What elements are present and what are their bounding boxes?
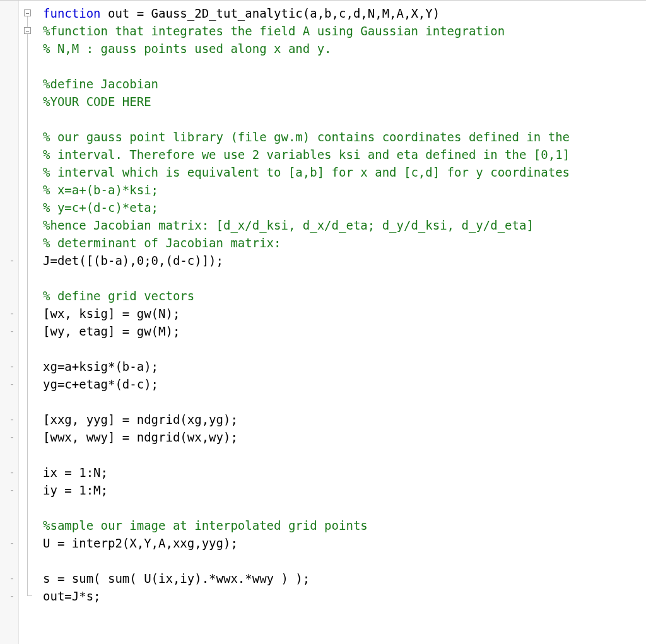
line-number: - [0,411,18,428]
code-line[interactable] [43,269,646,287]
line-number [0,269,18,287]
line-number [0,75,18,93]
code-line[interactable]: iy = 1:M; [43,481,646,499]
line-number [0,605,18,623]
code-line[interactable]: [wx, ksig] = gw(N); [43,305,646,322]
comment-token: %YOUR CODE HERE [43,95,151,108]
line-number: - [0,358,18,375]
code-token: xg=a+ksig*(b-a); [43,360,158,373]
comment-token: % interval. Therefore we use 2 variables… [43,148,570,161]
line-number [0,40,18,57]
comment-token: % define grid vectors [43,289,194,303]
fold-cell [19,199,38,216]
line-number [0,93,18,110]
line-number [0,234,18,252]
comment-token: %hence Jacobian matrix: [d_x/d_ksi, d_x/… [43,218,534,232]
line-number: - [0,322,18,340]
fold-cell [19,464,38,481]
code-line[interactable]: s = sum( sum( U(ix,iy).*wwx.*wwy ) ); [43,570,646,587]
line-number: - [0,305,18,322]
line-number: - [0,252,18,269]
fold-cell [19,110,38,128]
breakpoint-dash-icon[interactable]: - [8,534,16,552]
code-line[interactable] [43,393,646,411]
code-line[interactable]: % interval. Therefore we use 2 variables… [43,146,646,163]
code-line[interactable]: %sample our image at interpolated grid p… [43,517,646,534]
breakpoint-dash-icon[interactable]: - [8,411,16,428]
code-line[interactable]: % our gauss point library (file gw.m) co… [43,128,646,146]
code-line[interactable] [43,499,646,517]
code-editor[interactable]: ------------ function out = Gauss_2D_tut… [0,0,646,644]
breakpoint-dash-icon[interactable]: - [8,305,16,322]
comment-token: % interval which is equivalent to [a,b] … [43,165,570,179]
code-line[interactable]: % y=c+(d-c)*eta; [43,199,646,216]
comment-token: %sample our image at interpolated grid p… [43,518,368,532]
breakpoint-dash-icon[interactable]: - [8,252,16,269]
breakpoint-dash-icon[interactable]: - [8,375,16,393]
code-line[interactable]: % N,M : gauss points used along x and y. [43,40,646,57]
fold-cell [19,587,38,605]
code-line[interactable]: ix = 1:N; [43,464,646,481]
fold-cell [19,446,38,464]
fold-cell [19,57,38,75]
code-line[interactable]: J=det([(b-a),0;0,(d-c)]); [43,252,646,269]
breakpoint-dash-icon[interactable]: - [8,587,16,605]
code-token: s = sum( sum( U(ix,iy).*wwx.*wwy ) ); [43,571,310,585]
code-line[interactable]: function out = Gauss_2D_tut_analytic(a,b… [43,4,646,22]
code-line[interactable]: % interval which is equivalent to [a,b] … [43,163,646,181]
fold-cell [19,305,38,322]
code-line[interactable]: %function that integrates the field A us… [43,22,646,40]
fold-cell [19,393,38,411]
code-line[interactable] [43,340,646,358]
code-line[interactable]: % define grid vectors [43,287,646,305]
code-line[interactable] [43,446,646,464]
fold-cell [19,75,38,93]
breakpoint-dash-icon[interactable]: - [8,358,16,375]
breakpoint-dash-icon[interactable]: - [8,464,16,481]
fold-cell [19,499,38,517]
code-line[interactable]: xg=a+ksig*(b-a); [43,358,646,375]
code-line[interactable]: [wy, etag] = gw(M); [43,322,646,340]
fold-cell [19,534,38,552]
code-token: ix = 1:N; [43,465,108,479]
code-area[interactable]: function out = Gauss_2D_tut_analytic(a,b… [38,1,646,644]
code-line[interactable] [43,605,646,623]
breakpoint-dash-icon[interactable]: - [8,570,16,587]
fold-cell [19,552,38,570]
code-line[interactable]: % x=a+(b-a)*ksi; [43,181,646,199]
line-number: - [0,464,18,481]
line-number [0,340,18,358]
code-line[interactable]: % determinant of Jacobian matrix: [43,234,646,252]
code-line[interactable]: [wwx, wwy] = ndgrid(wx,wy); [43,428,646,446]
line-number [0,181,18,199]
fold-cell [19,411,38,428]
code-line[interactable]: %hence Jacobian matrix: [d_x/d_ksi, d_x/… [43,216,646,234]
code-line[interactable] [43,57,646,75]
code-line[interactable] [43,110,646,128]
code-token: [wwx, wwy] = ndgrid(wx,wy); [43,430,238,444]
breakpoint-dash-icon[interactable]: - [8,428,16,446]
fold-cell [19,570,38,587]
code-line[interactable]: U = interp2(X,Y,A,xxg,yyg); [43,534,646,552]
code-line[interactable]: %YOUR CODE HERE [43,93,646,110]
line-number: - [0,481,18,499]
code-line[interactable] [43,623,646,640]
code-line[interactable]: [xxg, yyg] = ndgrid(xg,yg); [43,411,646,428]
fold-toggle-icon[interactable] [24,9,31,16]
fold-cell [19,181,38,199]
code-line[interactable]: yg=c+etag*(d-c); [43,375,646,393]
fold-cell [19,358,38,375]
breakpoint-dash-icon[interactable]: - [8,481,16,499]
comment-token: % our gauss point library (file gw.m) co… [43,130,570,144]
breakpoint-dash-icon[interactable]: - [8,322,16,340]
code-line[interactable]: %define Jacobian [43,75,646,93]
fold-gutter[interactable] [19,1,38,644]
line-number [0,552,18,570]
line-number: - [0,375,18,393]
code-line[interactable] [43,552,646,570]
code-line[interactable]: out=J*s; [43,587,646,605]
line-number: - [0,534,18,552]
line-number: - [0,587,18,605]
fold-toggle-icon[interactable] [24,27,31,34]
fold-cell [19,481,38,499]
